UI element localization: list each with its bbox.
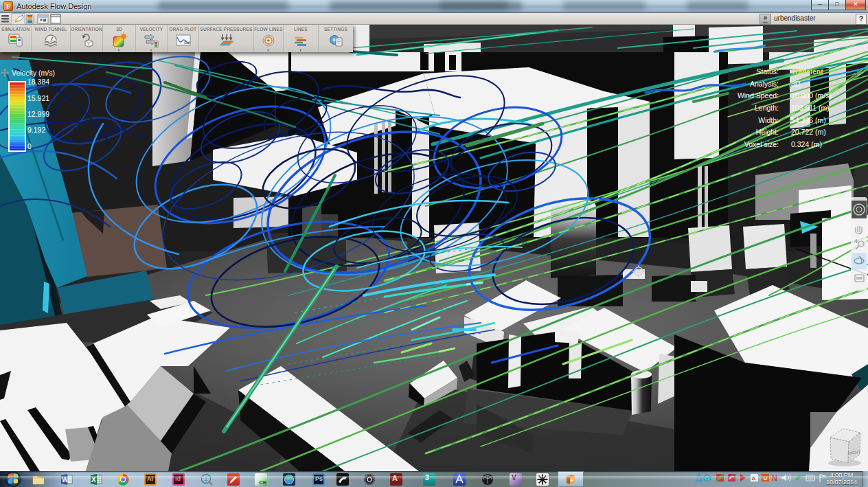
svg-text:Cd: Cd xyxy=(184,41,190,45)
svg-text:U: U xyxy=(764,475,768,482)
svg-text:X: X xyxy=(91,476,96,484)
svg-text:A: A xyxy=(752,475,756,482)
svg-text:N: N xyxy=(772,474,777,482)
svg-text:F: F xyxy=(571,477,574,484)
